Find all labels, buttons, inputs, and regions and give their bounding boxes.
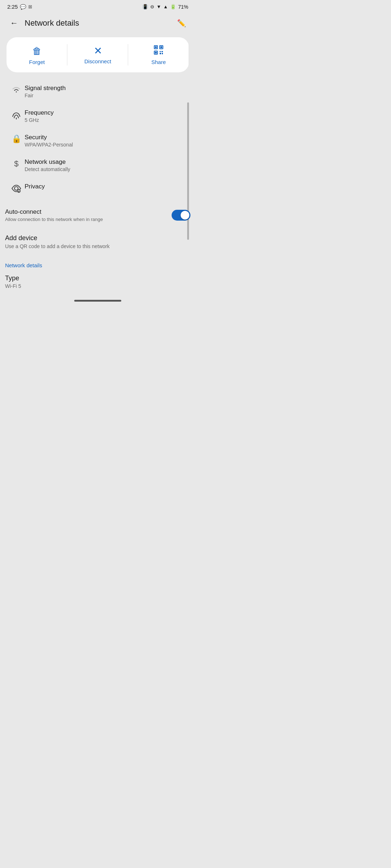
signal-icon: ▲ bbox=[163, 4, 168, 9]
type-title: Type bbox=[5, 275, 190, 282]
chat-icon: 💬 bbox=[20, 4, 26, 10]
auto-connect-text: Auto-connect Allow connection to this ne… bbox=[5, 208, 172, 222]
disconnect-label: Disconnect bbox=[84, 58, 111, 64]
back-button[interactable]: ← bbox=[7, 16, 22, 31]
disconnect-button[interactable]: ✕ Disconnect bbox=[67, 37, 128, 72]
add-device-title: Add device bbox=[5, 234, 190, 242]
network-usage-text: Network usage Detect automatically bbox=[25, 158, 188, 172]
dnd-icon: ⊖ bbox=[150, 4, 154, 9]
app-bar: ← Network details ✏️ bbox=[0, 12, 196, 36]
frequency-item: Frequency 5 GHz bbox=[3, 103, 193, 128]
type-value: Wi-Fi 5 bbox=[5, 283, 190, 289]
frequency-title: Frequency bbox=[25, 109, 188, 116]
wifi-signal-icon bbox=[8, 85, 25, 93]
forget-button[interactable]: 🗑 Forget bbox=[7, 37, 67, 72]
back-arrow-icon: ← bbox=[10, 18, 18, 28]
security-item: 🔒 Security WPA/WPA2-Personal bbox=[3, 128, 193, 153]
pencil-icon: ✏️ bbox=[177, 19, 186, 27]
auto-connect-subtitle: Allow connection to this network when in… bbox=[5, 217, 172, 222]
svg-rect-6 bbox=[160, 51, 161, 52]
security-value: WPA/WPA2-Personal bbox=[25, 142, 188, 148]
trash-icon: 🗑 bbox=[32, 46, 42, 57]
security-title: Security bbox=[25, 134, 188, 141]
signal-strength-item: Signal strength Fair bbox=[3, 79, 193, 103]
page-title: Network details bbox=[25, 18, 174, 28]
bottom-bar bbox=[0, 295, 196, 308]
share-button[interactable]: Share bbox=[128, 37, 189, 72]
network-info-list: Signal strength Fair Frequency 5 GHz 🔒 S… bbox=[0, 79, 196, 202]
svg-rect-3 bbox=[160, 46, 162, 48]
security-text: Security WPA/WPA2-Personal bbox=[25, 134, 188, 148]
privacy-icon bbox=[8, 183, 25, 193]
signal-strength-text: Signal strength Fair bbox=[25, 85, 188, 98]
status-right: 📳 ⊖ ▼ ▲ 🔋 71% bbox=[142, 4, 188, 10]
edit-button[interactable]: ✏️ bbox=[174, 16, 189, 31]
auto-connect-title: Auto-connect bbox=[5, 208, 172, 216]
vibrate-icon: 📳 bbox=[142, 4, 148, 9]
forget-label: Forget bbox=[29, 59, 45, 65]
action-card: 🗑 Forget ✕ Disconnect Share bbox=[7, 37, 189, 72]
battery-percent: 71% bbox=[178, 4, 188, 10]
network-usage-value: Detect automatically bbox=[25, 166, 188, 172]
svg-rect-5 bbox=[155, 52, 157, 54]
add-device-item[interactable]: Add device Use a QR code to add a device… bbox=[0, 228, 196, 255]
network-details-section-header: Network details bbox=[0, 255, 196, 272]
frequency-text: Frequency 5 GHz bbox=[25, 109, 188, 123]
lock-icon: 🔒 bbox=[8, 134, 25, 144]
section-header-label: Network details bbox=[5, 262, 42, 268]
auto-connect-toggle[interactable] bbox=[172, 210, 190, 221]
type-item: Type Wi-Fi 5 bbox=[0, 272, 196, 295]
add-device-subtitle: Use a QR code to add a device to this ne… bbox=[5, 243, 190, 249]
status-left: 2:25 💬 ⊠ bbox=[7, 4, 32, 10]
wifi-icon: ▼ bbox=[156, 4, 161, 9]
signal-strength-title: Signal strength bbox=[25, 85, 188, 92]
share-label: Share bbox=[151, 59, 166, 65]
auto-connect-item[interactable]: Auto-connect Allow connection to this ne… bbox=[0, 202, 196, 228]
battery-icon: 🔋 bbox=[170, 4, 176, 9]
svg-rect-14 bbox=[18, 191, 20, 192]
dollar-icon: $ bbox=[8, 158, 25, 169]
privacy-item[interactable]: Privacy bbox=[3, 177, 193, 202]
svg-rect-9 bbox=[162, 53, 163, 54]
qr-icon bbox=[154, 45, 163, 57]
privacy-title: Privacy bbox=[25, 183, 188, 190]
nav-handle bbox=[74, 300, 121, 302]
toggle-knob bbox=[181, 211, 189, 220]
network-usage-item[interactable]: $ Network usage Detect automatically bbox=[3, 153, 193, 177]
svg-rect-1 bbox=[155, 46, 157, 48]
frequency-value: 5 GHz bbox=[25, 117, 188, 123]
signal-strength-value: Fair bbox=[25, 93, 188, 98]
network-usage-title: Network usage bbox=[25, 158, 188, 166]
status-time: 2:25 bbox=[7, 4, 18, 10]
close-icon: ✕ bbox=[94, 46, 102, 56]
screenshot-icon: ⊠ bbox=[28, 4, 32, 9]
status-bar: 2:25 💬 ⊠ 📳 ⊖ ▼ ▲ 🔋 71% bbox=[0, 0, 196, 12]
frequency-icon bbox=[8, 109, 25, 119]
svg-rect-8 bbox=[160, 53, 161, 54]
svg-rect-7 bbox=[161, 51, 163, 52]
privacy-text: Privacy bbox=[25, 183, 188, 190]
svg-point-11 bbox=[14, 187, 18, 190]
